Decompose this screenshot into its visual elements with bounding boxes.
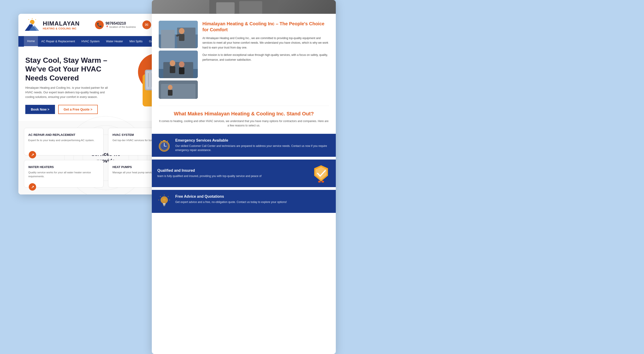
feature-card-advice: Free Advice and Quotations Get expert ad… xyxy=(152,190,336,213)
logo-title: HIMALAYAN xyxy=(43,20,80,27)
about-title: Himalayan Heating & Cooling Inc – The Pe… xyxy=(202,21,329,33)
hero-description: Himalayan Heating and Cooling Inc. is yo… xyxy=(25,85,114,99)
svg-point-47 xyxy=(170,60,175,66)
phone-icon: 📞 xyxy=(95,20,104,29)
service-card-water-heaters-arrow[interactable]: ↗ xyxy=(29,183,36,191)
about-section: Himalayan Heating & Cooling Inc – The Pe… xyxy=(152,14,336,106)
service-card-ac-repair-desc: Expert fix to your leaky and underperfor… xyxy=(28,138,99,142)
logo-subtitle: HEATING & COOLING INC xyxy=(43,27,80,30)
svg-point-41 xyxy=(179,28,184,34)
feature-card-qualified: Qualified and Insured team is fully qual… xyxy=(152,160,336,187)
book-now-button[interactable]: Book Now > xyxy=(25,105,55,114)
svg-rect-35 xyxy=(216,2,234,14)
logo-text-area: HIMALAYAN HEATING & COOLING INC xyxy=(43,20,80,30)
phone-contact-item: 📞 9876543210 📍 location of the business xyxy=(95,20,136,29)
phone-number: 9876543210 xyxy=(106,21,136,25)
qualified-feature-title: Qualified and Insured xyxy=(157,168,262,173)
hero-content: Stay Cool, Stay Warm –We've Got Your HVA… xyxy=(25,56,114,114)
logo-icon xyxy=(24,18,40,32)
about-img-2-svg xyxy=(159,50,198,78)
service-card-ac-repair: AC REPAIR AND REPLACEMENT Expert fix to … xyxy=(24,128,104,155)
standout-desc: It comes to heating, cooling and other H… xyxy=(159,119,329,128)
advice-feature-text: Free Advice and Quotations Get expert ad… xyxy=(175,194,287,204)
svg-point-53 xyxy=(168,85,172,90)
qualified-feature-desc: team is fully qualified and insured, pro… xyxy=(157,174,262,178)
location-text: 📍 location of the business xyxy=(106,25,136,28)
feature-card-emergency: Emergency Services Available Our skilled… xyxy=(152,134,336,157)
second-browser-window: Himalayan Heating & Cooling Inc – The Pe… xyxy=(152,0,336,354)
svg-rect-74 xyxy=(163,204,165,205)
svg-rect-52 xyxy=(161,84,196,99)
badge-svg xyxy=(312,164,330,183)
top-strip-svg xyxy=(209,0,278,14)
svg-rect-75 xyxy=(163,205,165,206)
top-image-strip xyxy=(152,0,336,14)
about-text: Himalayan Heating & Cooling Inc – The Pe… xyxy=(202,21,329,99)
emergency-feature-text: Emergency Services Available Our skilled… xyxy=(175,138,330,152)
svg-line-70 xyxy=(160,196,160,197)
stopwatch-svg xyxy=(157,138,171,152)
service-card-water-heaters-desc: Quality service works for your all water… xyxy=(28,171,99,179)
svg-rect-42 xyxy=(179,34,184,41)
advice-icon xyxy=(157,194,171,208)
svg-rect-48 xyxy=(170,66,175,73)
about-image-2 xyxy=(159,50,198,78)
svg-rect-54 xyxy=(168,90,172,96)
svg-line-2 xyxy=(36,19,36,20)
svg-line-3 xyxy=(28,19,29,20)
emergency-feature-desc: Our skilled Customer Call Center and tec… xyxy=(175,144,330,152)
standout-section: What Makes Himalayan Heating & Cooling I… xyxy=(152,106,336,130)
advice-feature-desc: Get expert advice and a free, no-obligat… xyxy=(175,200,287,204)
about-img-3-svg xyxy=(159,80,198,99)
nav-item-ac-repair[interactable]: AC Repair & Replacement xyxy=(38,36,78,47)
logo-area: HIMALAYAN HEATING & COOLING INC xyxy=(24,18,80,32)
emergency-icon xyxy=(157,138,171,152)
svg-line-69 xyxy=(168,196,168,197)
svg-rect-36 xyxy=(239,1,262,14)
about-img-1-svg xyxy=(159,21,198,48)
service-card-water-heaters: WATER HEATERS Quality service works for … xyxy=(24,160,104,188)
svg-rect-46 xyxy=(163,62,193,78)
nav-item-water-heater[interactable]: Water Heater xyxy=(103,36,126,47)
svg-rect-50 xyxy=(179,67,184,74)
about-para-2: Our mission is to deliver exceptional va… xyxy=(202,53,329,62)
svg-rect-39 xyxy=(161,30,175,48)
service-card-ac-repair-title: AC REPAIR AND REPLACEMENT xyxy=(28,133,99,137)
about-image-3 xyxy=(159,80,198,99)
emergency-feature-title: Emergency Services Available xyxy=(175,138,330,142)
email-icon: ✉ xyxy=(142,20,151,29)
about-images xyxy=(159,21,198,99)
hero-title: Stay Cool, Stay Warm –We've Got Your HVA… xyxy=(25,56,114,82)
about-para-1: At Himalayan Heating and Cooling Inc., w… xyxy=(202,36,329,50)
pin-icon: 📍 xyxy=(106,25,109,28)
phone-info: 9876543210 📍 location of the business xyxy=(106,21,136,28)
advice-feature-title: Free Advice and Quotations xyxy=(175,194,287,199)
nav-item-home[interactable]: Home xyxy=(24,36,38,47)
nav-item-hvac[interactable]: HVAC System xyxy=(78,36,103,47)
svg-rect-59 xyxy=(163,140,166,141)
nav-item-mini-splits[interactable]: Mini Splits xyxy=(126,36,146,47)
qualified-feature-text: Qualified and Insured team is fully qual… xyxy=(157,168,262,178)
svg-line-61 xyxy=(167,141,168,142)
svg-rect-73 xyxy=(163,203,166,204)
lightbulb-svg xyxy=(157,194,171,208)
service-card-ac-repair-arrow[interactable]: ↗ xyxy=(29,151,36,158)
service-card-water-heaters-title: WATER HEATERS xyxy=(28,165,99,169)
about-image-1 xyxy=(159,21,198,48)
svg-line-60 xyxy=(160,141,162,142)
svg-point-49 xyxy=(179,61,184,67)
standout-title: What Makes Himalayan Heating & Cooling I… xyxy=(159,111,329,117)
